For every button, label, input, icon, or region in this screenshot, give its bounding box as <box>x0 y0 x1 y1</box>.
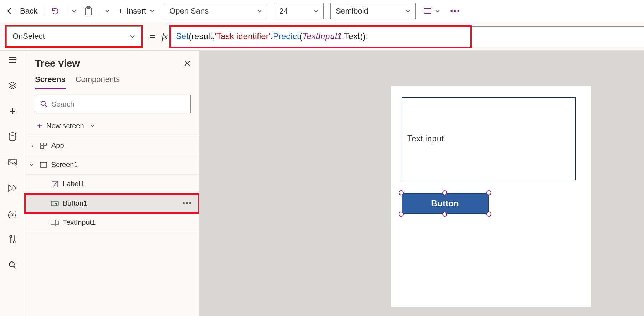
svg-rect-25 <box>44 143 46 145</box>
search-icon <box>40 100 47 108</box>
svg-point-10 <box>9 133 16 135</box>
close-icon[interactable] <box>184 60 191 67</box>
canvas-button-label: Button <box>431 198 459 208</box>
tree-tabs: Screens Components <box>25 72 199 89</box>
app-icon <box>39 142 48 149</box>
formula-bar: OnSelect = fx Set(result, 'Task identifi… <box>0 22 644 51</box>
data-icon[interactable] <box>5 129 20 145</box>
selection-handle-icon[interactable] <box>399 190 404 195</box>
svg-point-16 <box>13 241 15 243</box>
top-toolbar: Back + Insert Open Sans 24 Semibold ••• <box>0 0 644 22</box>
insert-label: Insert <box>127 6 146 16</box>
tree-search-box[interactable] <box>35 95 191 113</box>
property-select[interactable]: OnSelect <box>6 26 141 46</box>
tab-components[interactable]: Components <box>76 75 120 89</box>
toolbar-separator <box>66 6 66 16</box>
selection-handle-icon[interactable] <box>399 212 404 217</box>
tree-list: › App Screen1 Label1 <box>25 136 199 232</box>
selection-handle-icon[interactable] <box>442 212 447 217</box>
text-align-button[interactable] <box>424 8 440 14</box>
tab-screens[interactable]: Screens <box>35 75 66 89</box>
font-weight-value: Semibold <box>336 6 368 16</box>
tree-view-panel: Tree view Screens Components + New scree… <box>25 51 199 316</box>
formula-string: 'Task identifier' <box>215 31 270 41</box>
font-size-select[interactable]: 24 <box>274 3 324 19</box>
tree-node-label1[interactable]: Label1 <box>25 175 199 194</box>
toolbar-more-button[interactable]: ••• <box>446 4 464 18</box>
tree-node-more-icon[interactable]: ••• <box>183 199 192 207</box>
formula-input[interactable]: Set(result, 'Task identifier'.Predict(Te… <box>170 26 644 46</box>
app-preview-screen[interactable]: Text input Button <box>391 86 591 307</box>
chevron-right-icon: › <box>29 143 36 149</box>
font-weight-select[interactable]: Semibold <box>330 3 416 19</box>
tree-search-input[interactable] <box>52 100 185 108</box>
canvas-area[interactable]: Text input Button <box>199 51 644 316</box>
font-family-select[interactable]: Open Sans <box>164 3 267 19</box>
undo-dropdown[interactable] <box>69 4 80 18</box>
svg-point-18 <box>9 262 14 267</box>
tree-node-app[interactable]: › App <box>25 136 199 155</box>
paste-dropdown[interactable] <box>102 4 113 18</box>
tree-node-button1[interactable]: Button1 ••• <box>25 194 199 213</box>
back-label: Back <box>20 6 37 16</box>
svg-rect-0 <box>86 8 91 15</box>
canvas-text-input-value: Text input <box>407 134 444 144</box>
svg-point-14 <box>10 235 12 238</box>
selection-handle-icon[interactable] <box>486 190 491 195</box>
font-size-value: 24 <box>279 6 288 16</box>
screen-icon <box>39 162 48 168</box>
formula-predict-fn: Predict <box>273 31 300 41</box>
plus-icon: + <box>37 121 42 131</box>
tree-node-label: Screen1 <box>51 161 78 169</box>
selection-handle-icon[interactable] <box>486 212 491 217</box>
new-screen-button[interactable]: + New screen <box>25 117 199 136</box>
svg-line-19 <box>14 266 16 268</box>
tree-view-title: Tree view <box>35 58 80 69</box>
canvas-button-selection[interactable]: Button <box>399 190 491 217</box>
font-family-value: Open Sans <box>169 6 209 16</box>
label-icon <box>51 181 59 188</box>
canvas-text-input[interactable]: Text input <box>402 97 576 180</box>
plus-icon: + <box>118 5 123 16</box>
svg-rect-26 <box>41 146 43 149</box>
formula-text: .Text)); <box>342 31 368 41</box>
svg-text:♪: ♪ <box>14 164 16 166</box>
insert-button[interactable]: + Insert <box>114 4 158 18</box>
tree-view-icon[interactable] <box>5 78 20 93</box>
svg-point-22 <box>41 101 45 105</box>
toolbar-separator <box>99 6 99 16</box>
variables-icon[interactable]: (x) <box>5 206 20 222</box>
svg-rect-24 <box>41 143 43 145</box>
tree-node-screen1[interactable]: Screen1 <box>25 155 199 175</box>
canvas-button[interactable]: Button <box>402 193 489 214</box>
toolbar-separator <box>44 6 44 16</box>
button-icon <box>51 200 59 207</box>
hamburger-menu-icon[interactable] <box>5 52 20 68</box>
selection-handle-icon[interactable] <box>442 190 447 195</box>
tree-node-textinput1[interactable]: TextInput1 <box>25 213 199 232</box>
insert-rail-icon[interactable] <box>5 103 20 119</box>
formula-text: (result, <box>189 31 215 41</box>
formula-text: . <box>270 31 273 41</box>
chevron-down-icon <box>29 163 36 167</box>
tools-icon[interactable] <box>5 232 20 247</box>
property-value: OnSelect <box>12 32 45 41</box>
svg-line-23 <box>45 105 47 107</box>
paste-button[interactable] <box>81 4 96 18</box>
formula-set-fn: Set <box>176 31 189 41</box>
new-screen-label: New screen <box>46 122 84 130</box>
tree-node-label: App <box>51 141 64 150</box>
fx-icon[interactable]: fx <box>162 31 167 42</box>
media-icon[interactable]: ♪ <box>5 155 20 170</box>
svg-rect-30 <box>51 221 59 224</box>
undo-button[interactable] <box>47 4 63 18</box>
power-automate-icon[interactable] <box>5 180 20 196</box>
svg-point-12 <box>10 161 11 162</box>
formula-identifier: TextInput1 <box>302 31 342 41</box>
tree-node-label: Label1 <box>63 180 84 188</box>
textinput-icon <box>51 220 59 226</box>
search-rail-icon[interactable] <box>5 257 20 273</box>
back-arrow-icon <box>7 7 16 15</box>
formula-text: ( <box>300 31 302 41</box>
back-button[interactable]: Back <box>4 4 41 18</box>
